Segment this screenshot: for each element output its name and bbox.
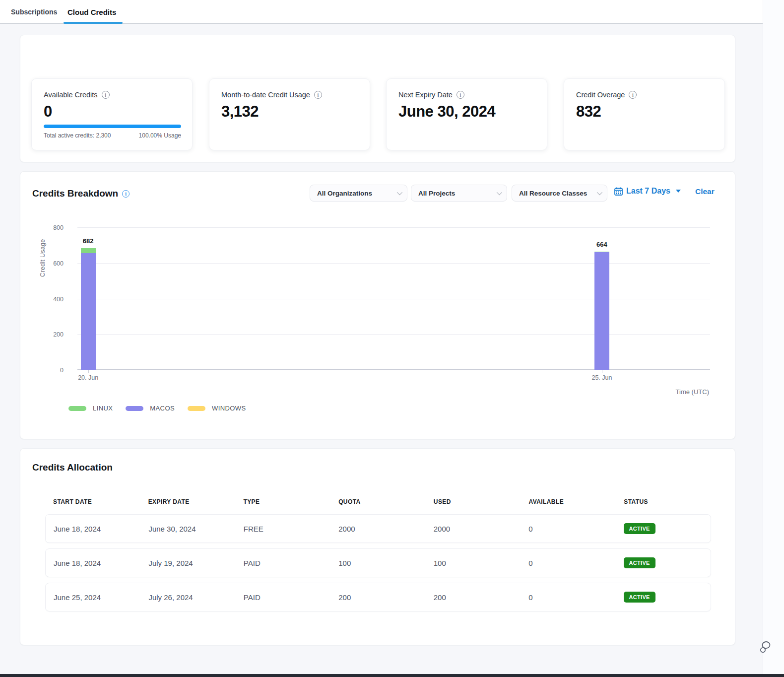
- mtd-usage-value: 3,132: [221, 103, 259, 121]
- col-start-date: START DATE: [45, 498, 140, 505]
- tab-subscriptions[interactable]: Subscriptions: [11, 0, 57, 24]
- legend-item-windows[interactable]: WINDOWS: [188, 405, 246, 412]
- info-icon[interactable]: i: [102, 91, 110, 99]
- credits-allocation-title-text: Credits Allocation: [32, 462, 113, 473]
- status-badge: ACTIVE: [624, 557, 655, 568]
- tab-cloud-credits-label: Cloud Credits: [67, 8, 116, 16]
- col-available: AVAILABLE: [521, 498, 616, 505]
- col-expiry-date: EXPIRY DATE: [140, 498, 236, 505]
- resource-classes-dropdown[interactable]: All Resource Classes: [512, 185, 607, 202]
- credits-usage-section: Credits & Usage Available Credits i 0 To…: [20, 35, 735, 162]
- cell-available: 0: [521, 525, 615, 533]
- chart-gridline: [77, 299, 710, 299]
- chart-gridline: [77, 334, 710, 335]
- cell-expiry-date: June 30, 2024: [140, 525, 235, 533]
- cell-expiry-date: July 26, 2024: [140, 593, 235, 602]
- credit-overage-label-text: Credit Overage: [576, 91, 625, 99]
- chart-gridline: [77, 227, 710, 228]
- col-used: USED: [426, 498, 521, 505]
- next-expiry-label-text: Next Expiry Date: [398, 91, 453, 99]
- legend-item-macos[interactable]: MACOS: [126, 405, 175, 412]
- organizations-dropdown[interactable]: All Organizations: [310, 185, 407, 202]
- clear-filters-button[interactable]: Clear: [695, 187, 715, 196]
- y-axis-tick-label: 400: [44, 296, 64, 303]
- chart-legend: LINUXMACOSWINDOWS: [68, 405, 246, 412]
- credits-allocation-table: START DATE EXPIRY DATE TYPE QUOTA USED A…: [45, 498, 711, 617]
- y-axis-tick-label: 800: [44, 224, 64, 231]
- bar-total-label: 682: [73, 237, 103, 245]
- x-axis-tick-label: 20. Jun: [68, 374, 108, 381]
- tab-cloud-credits[interactable]: Cloud Credits: [67, 0, 116, 24]
- cell-start-date: June 18, 2024: [46, 525, 140, 533]
- next-expiry-label: Next Expiry Date i: [398, 91, 464, 99]
- available-credits-label-text: Available Credits: [44, 91, 98, 99]
- table-body: June 18, 2024 June 30, 2024 FREE 2000 20…: [45, 514, 711, 611]
- legend-label: MACOS: [150, 405, 175, 412]
- cell-used: 100: [426, 559, 521, 567]
- legend-swatch: [126, 406, 143, 411]
- next-expiry-card: Next Expiry Date i June 30, 2024: [386, 78, 547, 150]
- chart-x-axis-line: [77, 369, 710, 370]
- info-icon[interactable]: i: [314, 91, 322, 99]
- chart-y-axis-label: Credit Usage: [39, 239, 46, 277]
- status-badge: ACTIVE: [624, 523, 655, 534]
- legend-swatch: [68, 406, 86, 411]
- cell-type: FREE: [236, 525, 330, 533]
- credits-breakdown-section: Credits Breakdown i All Organizations Al…: [20, 171, 735, 439]
- bar-segment-macos: [81, 253, 96, 370]
- available-credits-value: 0: [44, 103, 52, 121]
- usage-percent-text: 100.00% Usage: [139, 132, 181, 139]
- window-bottom-edge: [0, 674, 784, 677]
- chevron-down-icon: [397, 190, 402, 195]
- total-active-credits-text: Total active credits: 2,300: [44, 132, 111, 139]
- info-icon[interactable]: i: [457, 91, 464, 99]
- cell-type: PAID: [236, 593, 330, 602]
- chart-gridline: [77, 263, 710, 264]
- y-axis-tick-label: 0: [44, 367, 64, 374]
- cell-used: 2000: [426, 525, 521, 533]
- cell-quota: 100: [330, 559, 425, 567]
- credit-overage-value: 832: [576, 103, 601, 121]
- bar-segment-linux: [81, 248, 96, 253]
- next-expiry-value: June 30, 2024: [398, 103, 495, 121]
- date-range-picker[interactable]: Last 7 Days: [614, 187, 681, 196]
- credits-progress-fill: [44, 125, 181, 128]
- table-row[interactable]: June 25, 2024 July 26, 2024 PAID 200 200…: [45, 583, 711, 611]
- cell-expiry-date: July 19, 2024: [140, 559, 235, 567]
- chart-x-axis-label: Time (UTC): [676, 388, 709, 396]
- stacked-bar[interactable]: [81, 248, 96, 370]
- info-icon[interactable]: i: [629, 91, 637, 99]
- projects-dropdown[interactable]: All Projects: [411, 185, 507, 202]
- date-range-label: Last 7 Days: [626, 187, 670, 196]
- chat-bubble-icon: [758, 640, 773, 655]
- projects-dropdown-value: All Projects: [418, 190, 455, 197]
- credit-overage-label: Credit Overage i: [576, 91, 637, 99]
- y-axis-tick-label: 200: [44, 331, 64, 338]
- cell-type: PAID: [236, 559, 330, 567]
- stacked-bar[interactable]: [594, 252, 609, 370]
- x-axis-tick: [602, 370, 602, 373]
- cell-status: ACTIVE: [616, 523, 711, 534]
- cloud-credits-page: Subscriptions Cloud Credits Credits & Us…: [0, 0, 784, 677]
- bar-segment-macos: [594, 252, 609, 370]
- right-gutter: [763, 0, 784, 677]
- mtd-usage-label: Month-to-date Credit Usage i: [221, 91, 322, 99]
- cell-start-date: June 25, 2024: [46, 593, 140, 602]
- credits-allocation-section: Credits Allocation START DATE EXPIRY DAT…: [20, 448, 735, 645]
- credits-breakdown-title-text: Credits Breakdown: [32, 188, 118, 199]
- info-icon[interactable]: i: [122, 190, 130, 198]
- legend-label: LINUX: [93, 405, 113, 412]
- chat-support-button[interactable]: [758, 640, 773, 655]
- chart-plot: 020040060080068220. Jun66425. Jun: [77, 227, 710, 370]
- legend-label: WINDOWS: [212, 405, 246, 412]
- credit-overage-card: Credit Overage i 832: [564, 78, 725, 150]
- table-row[interactable]: June 18, 2024 June 30, 2024 FREE 2000 20…: [45, 514, 711, 543]
- table-row[interactable]: June 18, 2024 July 19, 2024 PAID 100 100…: [45, 548, 711, 577]
- available-credits-card: Available Credits i 0 Total active credi…: [31, 78, 193, 150]
- x-axis-tick-label: 25. Jun: [582, 374, 622, 381]
- cell-quota: 200: [330, 593, 425, 602]
- resource-classes-dropdown-value: All Resource Classes: [519, 190, 587, 197]
- legend-item-linux[interactable]: LINUX: [68, 405, 113, 412]
- status-badge: ACTIVE: [624, 592, 655, 603]
- credits-progress-bar: [44, 125, 181, 128]
